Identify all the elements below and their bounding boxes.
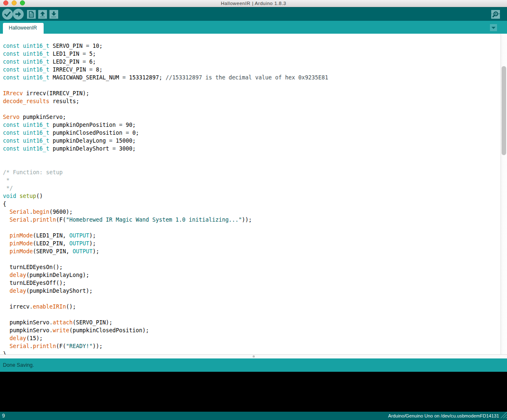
toolbar [0, 7, 507, 21]
scrollbar-thumb[interactable] [502, 66, 506, 155]
arrow-up-icon [38, 10, 47, 19]
verify-button[interactable] [2, 9, 13, 20]
tab-label: HalloweenIR [9, 25, 37, 31]
check-icon [2, 9, 13, 20]
editor-vertical-scrollbar[interactable] [500, 34, 507, 354]
console-output[interactable] [0, 372, 507, 412]
tab-menu-button[interactable] [490, 24, 497, 31]
code-text[interactable]: const uint16_t SERVO_PIN = 10;const uint… [0, 34, 328, 354]
status-message: Done Saving. [3, 362, 34, 368]
arrow-right-icon [13, 9, 24, 20]
tab-bar: HalloweenIR [0, 21, 507, 34]
magnifier-icon [491, 10, 500, 19]
current-line-number: 9 [2, 413, 5, 419]
titlebar: HalloweenIR | Arduino 1.8.3 [0, 0, 507, 7]
save-sketch-button[interactable] [49, 10, 58, 19]
triangle-down-icon [491, 27, 496, 29]
window-title: HalloweenIR | Arduino 1.8.3 [0, 0, 507, 7]
status-bar: Done Saving. [0, 358, 507, 372]
line-status-bar: 9 Arduino/Genuino Uno on /dev/cu.usbmode… [0, 412, 507, 420]
tab-halloweenir[interactable]: HalloweenIR [3, 23, 44, 34]
divider-dimple-icon [253, 356, 255, 358]
resize-grip-icon[interactable] [499, 410, 507, 420]
code-editor[interactable]: const uint16_t SERVO_PIN = 10;const uint… [0, 34, 507, 354]
upload-button[interactable] [13, 9, 24, 20]
open-sketch-button[interactable] [38, 10, 47, 19]
arrow-down-icon [49, 10, 58, 19]
split-divider[interactable] [0, 354, 507, 358]
board-port-label: Arduino/Genuino Uno on /dev/cu.usbmodemF… [388, 413, 499, 418]
serial-monitor-button[interactable] [491, 10, 500, 19]
arduino-ide-window: HalloweenIR | Arduino 1.8.3 [0, 0, 507, 420]
document-icon [27, 10, 36, 19]
new-sketch-button[interactable] [27, 10, 36, 19]
